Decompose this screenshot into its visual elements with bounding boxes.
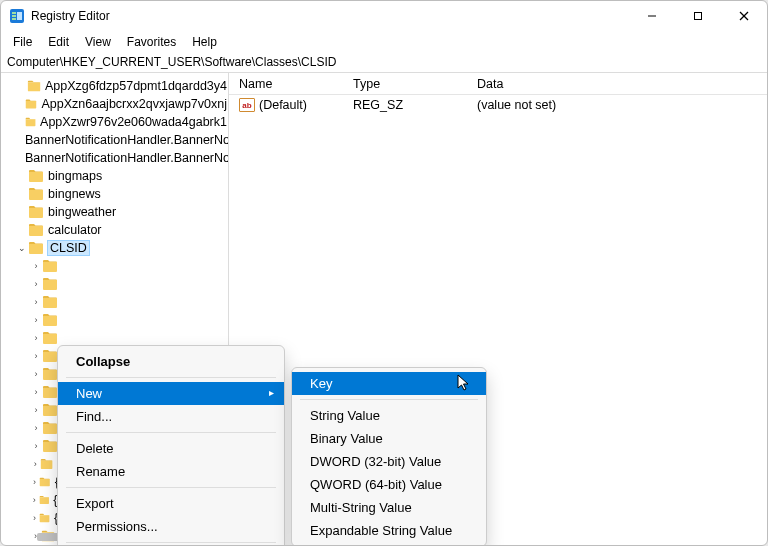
address-bar[interactable]: Computer\HKEY_CURRENT_USER\Software\Clas… (1, 53, 767, 73)
registry-editor-window: Registry Editor File Edit View Favorites… (0, 0, 768, 546)
ctx-rename[interactable]: Rename (58, 460, 284, 483)
svg-rect-3 (12, 18, 16, 20)
sub-key[interactable]: Key (292, 372, 486, 395)
chevron-right-icon[interactable]: › (31, 405, 41, 415)
menu-edit[interactable]: Edit (40, 33, 77, 51)
chevron-right-icon[interactable]: › (31, 459, 39, 469)
tree-item-label: CLSID (47, 240, 90, 256)
tree-item[interactable]: › (1, 275, 228, 293)
chevron-down-icon[interactable]: ⌄ (17, 243, 27, 253)
minimize-icon (647, 11, 657, 21)
tree-item-label: AppXzn6aajbcrxx2qvxjawp7v0xnj (40, 97, 228, 111)
col-data-header[interactable]: Data (467, 77, 767, 91)
close-icon (739, 11, 749, 21)
ctx-separator (66, 487, 276, 488)
ctx-separator (66, 432, 276, 433)
minimize-button[interactable] (629, 1, 675, 31)
tree-item[interactable]: ›calculator (1, 221, 228, 239)
chevron-right-icon[interactable]: › (31, 477, 38, 487)
value-name: (Default) (259, 98, 307, 112)
ctx-separator (66, 377, 276, 378)
chevron-right-icon[interactable]: › (31, 423, 41, 433)
svg-rect-4 (17, 12, 22, 20)
chevron-right-icon[interactable]: › (31, 369, 41, 379)
value-type: REG_SZ (343, 98, 467, 112)
tree-item[interactable]: › (1, 257, 228, 275)
titlebar: Registry Editor (1, 1, 767, 31)
tree-item-label: AppXzwr976v2e060wada4gabrk1 (39, 115, 228, 129)
chevron-right-icon[interactable]: › (31, 387, 41, 397)
window-title: Registry Editor (31, 9, 629, 23)
sub-dword-value[interactable]: DWORD (32-bit) Value (292, 450, 486, 473)
tree-item[interactable]: ›AppXzwr976v2e060wada4gabrk1 (1, 113, 228, 131)
ctx-separator (300, 399, 478, 400)
col-type-header[interactable]: Type (343, 77, 467, 91)
tree-item-label: calculator (47, 223, 103, 237)
string-value-icon: ab (239, 98, 255, 112)
submenu-arrow-icon: ▸ (269, 387, 274, 398)
ctx-separator (66, 542, 276, 543)
values-header: Name Type Data (229, 73, 767, 95)
tree-item-label: AppXzg6fdzp57dpmt1dqardd3y4 (44, 79, 228, 93)
tree-item[interactable]: ›BannerNotificationHandler.BannerNotific… (1, 131, 228, 149)
value-row[interactable]: ab (Default) REG_SZ (value not set) (229, 95, 767, 115)
tree-item[interactable]: › (1, 293, 228, 311)
ctx-delete[interactable]: Delete (58, 437, 284, 460)
tree-item[interactable]: ›bingnews (1, 185, 228, 203)
ctx-find[interactable]: Find... (58, 405, 284, 428)
tree-item-label: bingweather (47, 205, 117, 219)
chevron-right-icon[interactable]: › (31, 495, 38, 505)
context-submenu-new: Key String Value Binary Value DWORD (32-… (291, 367, 487, 545)
context-menu: Collapse New ▸ Find... Delete Rename Exp… (57, 345, 285, 545)
ctx-collapse[interactable]: Collapse (58, 350, 284, 373)
chevron-right-icon[interactable]: › (31, 351, 41, 361)
tree-item[interactable]: ›AppXzn6aajbcrxx2qvxjawp7v0xnj (1, 95, 228, 113)
sub-binary-value[interactable]: Binary Value (292, 427, 486, 450)
sub-expandable-value[interactable]: Expandable String Value (292, 519, 486, 542)
tree-item-label: bingnews (47, 187, 102, 201)
ctx-permissions[interactable]: Permissions... (58, 515, 284, 538)
chevron-right-icon[interactable]: › (31, 315, 41, 325)
menubar: File Edit View Favorites Help (1, 31, 767, 53)
chevron-right-icon[interactable]: › (31, 297, 41, 307)
menu-favorites[interactable]: Favorites (119, 33, 184, 51)
tree-item[interactable]: ›AppXzg6fdzp57dpmt1dqardd3y4 (1, 77, 228, 95)
tree-item-label: BannerNotificationHandler.BannerNotifica… (24, 133, 229, 147)
tree-item[interactable]: ›bingweather (1, 203, 228, 221)
tree-item[interactable]: › (1, 311, 228, 329)
svg-rect-2 (12, 15, 16, 17)
sub-qword-value[interactable]: QWORD (64-bit) Value (292, 473, 486, 496)
svg-rect-6 (695, 13, 702, 20)
maximize-icon (693, 11, 703, 21)
ctx-export[interactable]: Export (58, 492, 284, 515)
sub-multistring-value[interactable]: Multi-String Value (292, 496, 486, 519)
content-area: ›AppXzg6fdzp57dpmt1dqardd3y4›AppXzn6aajb… (1, 73, 767, 545)
menu-view[interactable]: View (77, 33, 119, 51)
chevron-right-icon[interactable]: › (31, 279, 41, 289)
menu-file[interactable]: File (5, 33, 40, 51)
sub-string-value[interactable]: String Value (292, 404, 486, 427)
menu-help[interactable]: Help (184, 33, 225, 51)
chevron-right-icon[interactable]: › (31, 441, 41, 451)
close-button[interactable] (721, 1, 767, 31)
value-data: (value not set) (467, 98, 767, 112)
tree-item-label: bingmaps (47, 169, 103, 183)
col-name-header[interactable]: Name (229, 77, 343, 91)
chevron-right-icon[interactable]: › (31, 513, 38, 523)
app-icon (9, 8, 25, 24)
window-controls (629, 1, 767, 31)
ctx-new[interactable]: New ▸ (58, 382, 284, 405)
chevron-right-icon[interactable]: › (31, 333, 41, 343)
tree-item-label: BannerNotificationHandler.BannerNotifica… (24, 151, 229, 165)
chevron-right-icon[interactable]: › (31, 261, 41, 271)
tree-item[interactable]: ⌄CLSID (1, 239, 228, 257)
address-text: Computer\HKEY_CURRENT_USER\Software\Clas… (7, 55, 336, 69)
tree-item[interactable]: ›bingmaps (1, 167, 228, 185)
maximize-button[interactable] (675, 1, 721, 31)
svg-rect-1 (12, 12, 16, 14)
tree-item[interactable]: ›BannerNotificationHandler.BannerNotific… (1, 149, 228, 167)
